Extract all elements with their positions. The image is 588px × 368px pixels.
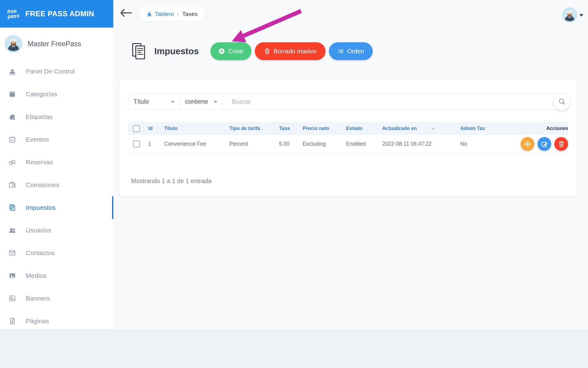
column-header-label: Actualizado en <box>382 126 417 131</box>
sidebar-item-contactos[interactable]: Contactos <box>0 242 113 264</box>
page-header: Impuestos Crear Borrado masivo <box>132 42 373 60</box>
sidebar-item-impuestos[interactable]: Impuestos <box>0 196 113 219</box>
annotation-arrow <box>227 6 309 47</box>
sidebar-item-label: Contactos <box>26 249 55 257</box>
order-button-label: Orden <box>347 48 364 55</box>
plus-circle-icon <box>218 48 225 55</box>
cell-titulo: Convenience Fee <box>164 141 229 147</box>
captain-avatar-image <box>562 7 577 23</box>
sidebar-item-etiquetas[interactable]: Etiquetas <box>0 105 113 128</box>
sidebar-item-label: Categorías <box>26 90 57 98</box>
user-menu[interactable] <box>562 7 583 23</box>
column-header-precio-neto[interactable]: Precio neto <box>303 126 346 131</box>
select-all-checkbox[interactable] <box>133 125 140 132</box>
page-title: Impuestos <box>154 46 199 56</box>
cell-precio-neto: Excluding <box>303 141 346 147</box>
search-icon <box>558 98 566 106</box>
sidebar-item-label: Impuestos <box>26 204 55 211</box>
edit-button[interactable] <box>537 137 551 151</box>
breadcrumb-separator: › <box>177 11 179 17</box>
app-title: FREE PASS ADMIN <box>25 10 94 18</box>
sidebar-item-paginas[interactable]: Páginas <box>0 310 113 332</box>
bulk-delete-button-label: Borrado masivo <box>273 48 316 55</box>
chevron-down-icon <box>171 101 174 105</box>
avatar[interactable] <box>5 35 22 53</box>
sidebar-item-usuarios[interactable]: Usuarios <box>0 219 113 242</box>
create-button[interactable]: Crear <box>210 42 251 60</box>
delete-button[interactable] <box>554 137 568 151</box>
edit-icon <box>541 141 548 148</box>
column-header-titulo[interactable]: Título <box>164 126 229 131</box>
breadcrumb-home-link[interactable]: Tablero <box>146 11 174 17</box>
search-input[interactable] <box>223 94 568 110</box>
back-arrow-icon <box>120 9 132 17</box>
trash-icon <box>264 48 270 55</box>
sidebar-item-comisiones[interactable]: Comisiones <box>0 174 113 196</box>
sidebar-item-panel-de-control[interactable]: Panel De Control <box>0 60 113 83</box>
sidebar: free pass • FREE PASS ADMIN Master F <box>0 0 113 329</box>
filter-field-value: Título <box>134 98 149 105</box>
sidebar-item-categorias[interactable]: Categorías <box>0 83 113 105</box>
order-button[interactable]: Orden <box>329 42 373 60</box>
column-header-admin-tax[interactable]: Admin Tax <box>460 126 518 131</box>
breadcrumb: Tablero › Taxes <box>139 7 205 21</box>
taxes-card: Título contiene Id Título Tipo de tarifa… <box>119 79 576 196</box>
users-icon <box>8 226 17 235</box>
search-button[interactable] <box>554 94 570 110</box>
sidebar-item-label: Panel De Control <box>26 68 75 75</box>
toolbar: Crear Borrado masivo Orden <box>210 42 373 60</box>
sidebar-item-banners[interactable]: Banners <box>0 287 113 310</box>
calendar-icon <box>8 135 17 144</box>
main-content: Tablero › Taxes <box>113 0 588 329</box>
column-header-tipo-de-tarifa[interactable]: Tipo de tarifa <box>229 126 279 131</box>
ticket-icon <box>8 158 17 167</box>
column-header-acciones: Acciones <box>518 126 568 131</box>
column-header-id[interactable]: Id <box>148 126 164 131</box>
sidebar-item-label: Páginas <box>26 317 49 325</box>
documents-icon <box>8 203 17 212</box>
row-actions <box>518 137 568 151</box>
documents-icon <box>132 43 146 60</box>
back-button[interactable] <box>120 9 132 18</box>
trash-icon <box>558 140 565 148</box>
column-header-actualizado-en[interactable]: Actualizado en <box>382 126 460 131</box>
sidebar-item-eventos[interactable]: Eventos <box>0 128 113 151</box>
filter-bar: Título contiene <box>128 93 568 110</box>
breadcrumb-current: Taxes <box>182 11 198 17</box>
sidebar-item-label: Eventos <box>26 136 49 143</box>
sidebar-nav: Panel De Control Categorías Etiquetas <box>0 60 113 332</box>
column-header-tasa[interactable]: Tasa <box>279 126 303 131</box>
filter-operator-value: contiene <box>185 98 208 105</box>
sidebar-item-label: Banners <box>26 295 50 302</box>
logo-dot: • <box>20 6 21 10</box>
cell-estado: Enabled <box>346 141 382 147</box>
list-icon <box>337 48 344 54</box>
breadcrumb-home-label: Tablero <box>155 11 174 17</box>
chevron-down-icon <box>579 14 583 18</box>
row-checkbox[interactable] <box>133 140 140 148</box>
freepass-logo: free pass • <box>7 9 20 19</box>
profile-block: Master FreePass <box>0 28 113 55</box>
image-icon <box>8 271 17 280</box>
user-avatar[interactable] <box>562 7 577 23</box>
filter-field-select[interactable]: Título <box>128 94 180 110</box>
column-header-estado[interactable]: Estado <box>346 126 382 131</box>
cell-admin-tax: No <box>460 141 518 147</box>
sidebar-item-label: Reservas <box>26 159 53 166</box>
create-button-label: Crear <box>228 48 243 55</box>
cell-id: 1 <box>148 141 164 147</box>
page-bottom-strip <box>0 329 588 368</box>
sidebar-item-label: Usuarios <box>26 227 51 234</box>
cell-actualizado-en: 2022-08-11 06:47:22 <box>382 141 460 147</box>
filter-operator-select[interactable]: contiene <box>180 94 223 110</box>
envelope-icon <box>8 249 17 257</box>
sort-chevron-icon <box>431 127 435 130</box>
captain-avatar-image <box>5 35 22 53</box>
view-button[interactable] <box>521 137 534 151</box>
sidebar-item-reservas[interactable]: Reservas <box>0 151 113 174</box>
wallet-icon <box>8 181 17 189</box>
logo-text-bottom: pass <box>7 13 20 19</box>
sidebar-item-medios[interactable]: Medios <box>0 264 113 287</box>
bulk-delete-button[interactable]: Borrado masivo <box>255 42 326 60</box>
cell-tipo-de-tarifa: Percent <box>229 141 279 147</box>
